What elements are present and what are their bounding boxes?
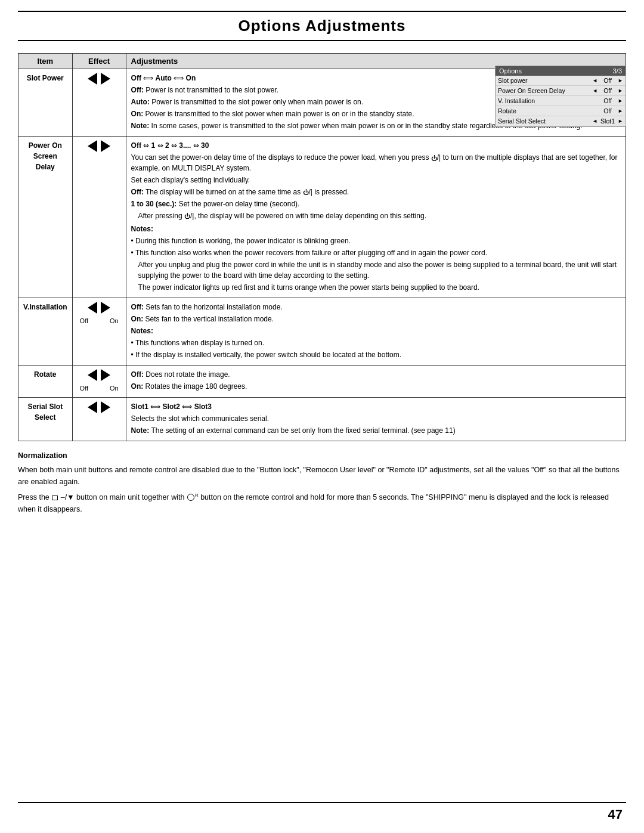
osd-label-rotate: Rotate xyxy=(498,107,597,114)
effect-rotate: Off On xyxy=(72,366,126,398)
adj-power-30: 30 xyxy=(201,141,209,150)
adj-power-note2: • This function also works when the powe… xyxy=(131,247,621,258)
arrow-pair-serial-slot xyxy=(78,401,121,413)
osd-value-serial-slot: Slot1 xyxy=(599,117,616,125)
osd-row-v-installation: V. Installation Off ► xyxy=(496,96,626,106)
adj-power-range: Off ⇔ 1 ⇔ 2 ⇔ 3.... ⇔ 30 xyxy=(131,140,621,151)
adj-rotate-off-text: Does not rotate the image. xyxy=(145,370,230,379)
rotate-off-label: Off xyxy=(80,383,88,394)
adj-power-arrow3: ⇔ xyxy=(171,141,179,150)
adj-rotate-off-desc: Off: Does not rotate the image. xyxy=(131,369,621,380)
osd-arrow-left-2: ◄ xyxy=(592,88,597,94)
adj-notes-bold: Notes: xyxy=(131,225,153,233)
arrow-labels-v-install: Off On xyxy=(78,316,121,326)
adj-power-note4: The power indicator lights up red first … xyxy=(131,282,621,293)
th-item: Item xyxy=(18,54,73,69)
adj-power-arrow2: ⇔ xyxy=(157,141,165,150)
adj-on-text: Power is transmitted to the slot power w… xyxy=(145,110,414,118)
adj-rotate-on-bold: On: xyxy=(131,382,144,391)
adj-power-desc1: You can set the power-on delay time of t… xyxy=(131,152,621,174)
adj-on-bold: On: xyxy=(131,110,144,118)
osd-row-slot-power: Slot power ◄ Off ► xyxy=(496,76,626,86)
adj-power-arrow4: ⇔ xyxy=(193,141,201,150)
adj-slot1-label: Slot1 xyxy=(131,402,148,411)
adj-power-on-screen-delay: Off ⇔ 1 ⇔ 2 ⇔ 3.... ⇔ 30 You can set the… xyxy=(126,137,626,298)
item-v-installation: V.Installation xyxy=(18,298,73,366)
osd-label-v-install: V. Installation xyxy=(498,97,597,104)
osd-value-rotate: Off xyxy=(599,107,616,114)
osd-arrow-left-1: ◄ xyxy=(592,78,597,83)
rotate-on-label: On xyxy=(110,383,119,394)
adj-power-1: 1 xyxy=(151,141,156,150)
adj-auto-bold: Auto: xyxy=(131,98,150,106)
item-rotate: Rotate xyxy=(18,366,73,398)
row-serial-slot-select: Serial SlotSelect Slot1 ⟺ Slot2 ⟺ Slot3 xyxy=(18,397,626,441)
adj-rotate-on-text: Rotates the image 180 degrees. xyxy=(145,382,247,391)
rect-icon xyxy=(52,496,58,500)
osd-title: Options xyxy=(499,67,522,75)
normalization-text1: When both main unit buttons and remote c… xyxy=(18,464,626,488)
osd-row-power-on-screen-delay: Power On Screen Delay ◄ Off ► xyxy=(496,86,626,96)
left-arrow-power-on[interactable] xyxy=(88,140,97,152)
adj-slot2-label: Slot2 xyxy=(163,402,180,411)
osd-arrow-right-3: ► xyxy=(618,98,623,104)
osd-header: Options 3/3 xyxy=(496,66,626,76)
osd-page: 3/3 xyxy=(613,67,622,75)
adj-power-desc2: Set each display's setting individually. xyxy=(131,175,621,185)
left-arrow-slot-power[interactable] xyxy=(88,73,97,85)
adj-power-off-bold: Off: xyxy=(131,188,144,196)
right-arrow-power-on[interactable] xyxy=(101,140,110,152)
adj-power-arrow1: ⇔ xyxy=(143,141,151,150)
v-install-on-label: On xyxy=(110,316,119,326)
adj-off-bold: Off: xyxy=(131,86,144,94)
effect-serial-slot xyxy=(72,397,126,441)
osd-label-slot-power: Slot power xyxy=(498,77,592,84)
arrow-pair-rotate xyxy=(78,369,121,381)
adj-v-on-text: Sets fan to the vertical installation mo… xyxy=(145,315,274,323)
row-v-installation: V.Installation Off On Off: Sets fan to t… xyxy=(18,298,626,366)
adj-slot3-label: Slot3 xyxy=(194,402,212,411)
left-arrow-serial-slot[interactable] xyxy=(88,401,97,413)
adj-off-label: Off xyxy=(131,74,141,82)
adj-serial-range: Slot1 ⟺ Slot2 ⟺ Slot3 xyxy=(131,401,621,412)
arrow-pair-slot-power xyxy=(78,73,121,85)
adj-serial-note: Note: The setting of an external command… xyxy=(131,425,621,436)
adj-off-text: Power is not transmitted to the slot pow… xyxy=(145,86,278,94)
adj-serial-slot: Slot1 ⟺ Slot2 ⟺ Slot3 Selects the slot w… xyxy=(126,397,626,441)
adj-v-off-bold: Off: xyxy=(131,303,144,311)
adj-v-notes-bold: Notes: xyxy=(131,327,153,335)
page-number: 47 xyxy=(608,807,623,822)
item-power-on-screen-delay: Power OnScreen Delay xyxy=(18,137,73,298)
arrow-pair-v-install xyxy=(78,302,121,314)
osd-arrow-left-5: ◄ xyxy=(592,118,597,124)
adj-power-off-text: The display will be turned on at the sam… xyxy=(145,188,349,196)
page-title-bar: Options Adjustments xyxy=(18,11,626,41)
adj-power-off-desc: Off: The display will be turned on at th… xyxy=(131,187,621,197)
right-arrow-v-install[interactable] xyxy=(101,302,110,314)
osd-arrow-right-2: ► xyxy=(618,88,623,94)
right-arrow-serial-slot[interactable] xyxy=(101,401,110,413)
right-arrow-rotate[interactable] xyxy=(101,369,110,381)
adj-1to30-bold: 1 to 30 (sec.): xyxy=(131,200,177,208)
osd-label-serial-slot: Serial Slot Select xyxy=(498,117,592,125)
power-icon xyxy=(187,494,194,501)
effect-power-on xyxy=(72,137,126,298)
effect-slot-power xyxy=(72,69,126,137)
adj-power-1to30: 1 to 30 (sec.): Set the power-on delay t… xyxy=(131,199,621,209)
th-effect: Effect xyxy=(72,54,126,69)
adj-power-note1: • During this function is working, the p… xyxy=(131,236,621,246)
osd-arrow-right-4: ► xyxy=(618,108,623,114)
adj-power-notes-title: Notes: xyxy=(131,224,621,234)
adj-v-note2: • If the display is installed vertically… xyxy=(131,349,621,360)
arrow-pair-power-on xyxy=(78,140,121,152)
left-arrow-v-install[interactable] xyxy=(88,302,97,314)
adj-power-2: 2 xyxy=(165,141,169,150)
normalization-title: Normalization xyxy=(18,450,626,462)
left-arrow-rotate[interactable] xyxy=(88,369,97,381)
osd-row-rotate: Rotate Off ► xyxy=(496,106,626,116)
osd-arrow-right-5: ► xyxy=(618,118,623,124)
adj-rotate-on-desc: On: Rotates the image 180 degrees. xyxy=(131,381,621,392)
adj-v-notes-title: Notes: xyxy=(131,326,621,336)
osd-row-serial-slot: Serial Slot Select ◄ Slot1 ► xyxy=(496,116,626,126)
right-arrow-slot-power[interactable] xyxy=(101,73,110,85)
